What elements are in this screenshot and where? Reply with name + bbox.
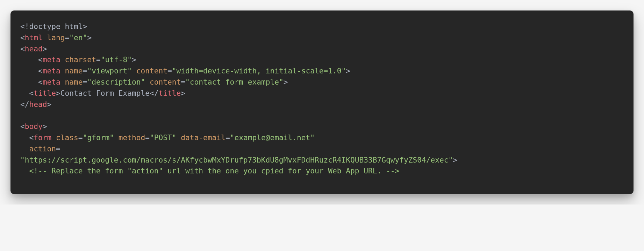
attr-value: "en" <box>69 33 87 42</box>
attr-data-email: data-email <box>181 133 226 142</box>
code-line-13: "https://script.google.com/macros/s/AKfy… <box>20 156 457 164</box>
code-line-14: <!-- Replace the form "action" url with … <box>20 166 399 175</box>
punct: </ <box>20 100 29 109</box>
punct: > <box>284 78 288 86</box>
punct: < <box>38 55 43 64</box>
punct: > <box>132 55 136 64</box>
attr-value: "POST" <box>150 133 177 142</box>
code-content: <!doctype html> <html lang="en"> <head> … <box>20 21 624 177</box>
punct: > <box>43 122 47 131</box>
attr-class: class <box>56 133 78 142</box>
title-text: Contact Form Example <box>60 89 150 98</box>
tag-title-close: title <box>158 89 181 98</box>
punct: <! <box>20 22 29 31</box>
attr-content: content <box>136 66 167 75</box>
attr-name: name <box>65 66 83 75</box>
code-line-3: <head> <box>20 44 47 53</box>
punct: < <box>20 33 25 42</box>
punct: = <box>83 66 87 75</box>
tag-body: body <box>25 122 43 131</box>
attr-value: "gform" <box>83 133 114 142</box>
punct: = <box>226 133 230 142</box>
attr-value: "utf-8" <box>101 55 132 64</box>
punct: = <box>167 66 172 75</box>
punct: < <box>38 66 43 75</box>
punct: = <box>65 33 70 42</box>
punct: < <box>20 122 25 131</box>
punct: = <box>83 78 87 86</box>
doctype-keyword: doctype <box>29 22 60 31</box>
code-line-7: <title>Contact Form Example</title> <box>20 89 185 98</box>
punct: > <box>181 89 185 98</box>
attr-charset: charset <box>65 55 96 64</box>
code-line-6: <meta name="description" content="contac… <box>20 78 288 86</box>
punct: > <box>83 22 87 31</box>
tag-head-close: head <box>29 100 47 109</box>
punct: > <box>47 100 52 109</box>
punct: < <box>20 44 25 53</box>
code-line-1: <!doctype html> <box>20 22 87 31</box>
code-line-5: <meta name="viewport" content="width=dev… <box>20 66 350 75</box>
punct: = <box>56 144 60 153</box>
tag-meta: meta <box>43 78 60 86</box>
punct: < <box>38 78 43 86</box>
punct: = <box>145 133 150 142</box>
tag-meta: meta <box>43 66 60 75</box>
code-line-2: <html lang="en"> <box>20 33 92 42</box>
punct: < <box>29 133 34 142</box>
attr-content: content <box>150 78 181 86</box>
punct: = <box>181 78 185 86</box>
code-line-4: <meta charset="utf-8"> <box>20 55 136 64</box>
code-block: <!doctype html> <html lang="en"> <head> … <box>10 10 634 194</box>
punct: = <box>78 133 83 142</box>
punct: </ <box>150 89 159 98</box>
doctype-html: html <box>65 22 83 31</box>
code-line-11: <form class="gform" method="POST" data-e… <box>20 133 315 142</box>
punct: > <box>346 66 350 75</box>
punct: > <box>453 156 457 164</box>
attr-value: "contact form example" <box>185 78 284 86</box>
attr-value: "description" <box>87 78 145 86</box>
tag-form: form <box>34 133 51 142</box>
attr-value: "viewport" <box>87 66 132 75</box>
tag-head: head <box>25 44 43 53</box>
comment-text: <!-- Replace the form "action" url with … <box>29 166 400 175</box>
tag-meta: meta <box>43 55 60 64</box>
attr-action: action <box>29 144 56 153</box>
code-line-8: </head> <box>20 100 51 109</box>
punct: > <box>87 33 92 42</box>
attr-value: "width=device-width, initial-scale=1.0" <box>172 66 346 75</box>
attr-lang: lang <box>47 33 65 42</box>
attr-name: name <box>65 78 83 86</box>
punct: < <box>29 89 34 98</box>
attr-value-url: "https://script.google.com/macros/s/AKfy… <box>20 156 453 164</box>
punct: = <box>96 55 101 64</box>
attr-method: method <box>119 133 145 142</box>
punct: > <box>56 89 60 98</box>
tag-title: title <box>34 89 56 98</box>
attr-value: "example@email.net" <box>230 133 315 142</box>
code-line-12: action= <box>20 144 60 153</box>
punct: > <box>43 44 47 53</box>
code-line-10: <body> <box>20 122 47 131</box>
tag-html: html <box>25 33 43 42</box>
